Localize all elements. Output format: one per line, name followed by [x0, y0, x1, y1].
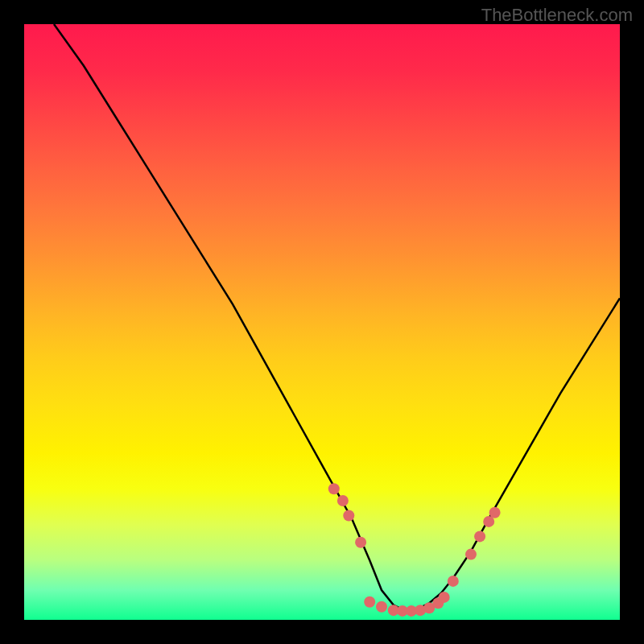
data-point	[328, 483, 340, 494]
data-point	[343, 510, 354, 522]
data-point	[465, 549, 477, 560]
data-point	[439, 592, 450, 603]
data-point	[364, 597, 375, 608]
data-point	[355, 537, 366, 548]
chart-svg	[24, 24, 620, 620]
data-point	[489, 507, 501, 518]
curve-right-branch	[406, 298, 620, 611]
data-points-group	[328, 483, 501, 617]
curve-left-branch	[54, 24, 406, 611]
data-point	[337, 495, 349, 506]
chart-plot-area	[24, 24, 620, 620]
data-point	[376, 601, 387, 613]
data-point	[474, 530, 485, 542]
data-point	[448, 576, 459, 587]
watermark-text: TheBottleneck.com	[481, 5, 633, 26]
